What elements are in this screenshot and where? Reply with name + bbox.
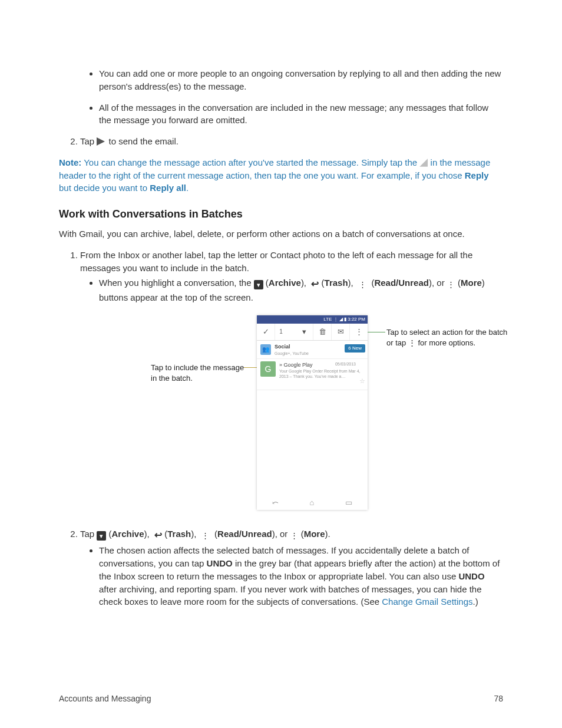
phone-back-icon: ⤺ [272,498,279,509]
phone-mockup: LTE ⋮ ◢ ▮ 3:22 PM ✓ 1 ▾ 🗑 ✉ ⋮ 👥 Social [257,315,368,510]
change-gmail-settings-link[interactable]: Change Gmail Settings [382,597,472,607]
step-text: Tap [80,136,97,146]
batch-step-1: From the Inbox or another label, tap the… [80,249,503,516]
bullet-text: All of the messages in the conversation … [99,103,488,126]
note-paragraph: Note: You can change the message action … [59,156,503,195]
phone-archive-icon: ▾ [295,324,313,340]
archive-icon: ▾ [97,531,106,541]
batch-step1-text: From the Inbox or another label, tap the… [80,250,472,273]
step2-or: , or [275,529,290,539]
s2d: .) [472,597,478,607]
readunread-label: Read/Unread [217,529,272,539]
trash-label: Trash [167,529,191,539]
note-end: . [186,183,189,193]
phone-social-row: 👥 Social Google+, YouTube 6 New [257,341,368,359]
step-2-send: Tap to send the email. [80,135,503,148]
phone-status-bar: LTE ⋮ ◢ ▮ 3:22 PM [257,315,368,324]
note-label: Note: [59,157,81,167]
phone-social-title: Social [275,343,309,351]
phone-message-row: G » Google Play Your Google Play Order R… [257,359,368,390]
callout-right-line2: or tap ⋮ for more options. [386,338,475,347]
step-text-tail: to send the email. [109,136,178,146]
more-label: More [304,529,325,539]
phone-social-avatar: 👥 [260,344,271,355]
undo-label: UNDO [207,558,233,568]
sub-tail: buttons appear at the top of the screen. [99,292,253,302]
bullet-text: You can add one or more people to an ong… [99,68,501,91]
more-icon: ⋮ [290,535,298,538]
phone-new-badge: 6 New [345,344,365,353]
phone-trash-icon: 🗑 [313,324,332,340]
step2-tap: Tap [80,529,97,539]
read-unread-icon: ⋮ [201,535,210,538]
trash-icon: ↩ [311,277,319,291]
more-icon: ⋮ [447,284,455,286]
phone-star-icon: ☆ [359,377,365,386]
callout-right: Tap to select an action for the batch or… [386,327,540,348]
phone-action-bar: ✓ 1 ▾ 🗑 ✉ ⋮ [257,324,368,341]
section-heading: Work with Conversations in Batches [59,206,503,222]
phone-message-date: 05/03/2013 [335,361,356,367]
callout-right-line [368,332,385,332]
note-mid: but decide you want to [59,183,150,193]
trash-label: Trash [325,278,348,288]
callout-left: Tap to include the message in the batch. [151,363,245,383]
sub-lead: When you highlight a conversation, the [99,278,254,288]
batch-step-2: Tap ▾ (Archive), ↩ (Trash), ⋮ (Read/Unre… [80,528,503,608]
phone-nav-bar: ⤺ ⌂ ▭ [257,496,368,510]
phone-selected-count: 1 [275,324,287,340]
step2-end: . [328,529,330,539]
footer-section: Accounts and Messaging [59,693,151,704]
archive-label: Archive [112,529,144,539]
phone-message-avatar: G [260,361,276,377]
batch-step1-sub: When you highlight a conversation, the ▾… [99,276,503,304]
batch-figure: Tap to include the message in the batch.… [115,315,503,516]
note-reply: Reply [465,170,489,180]
readunread-label: Read/Unread [374,278,429,288]
phone-more-icon: ⋮ [350,324,368,340]
batch-step2-sub: The chosen action affects the selected b… [99,544,503,608]
section-intro: With Gmail, you can archive, label, dele… [59,228,503,241]
phone-check-icon: ✓ [257,324,275,340]
more-label: More [461,278,482,288]
archive-icon: ▾ [254,280,263,289]
callout-right-line1: Tap to select an action for the batch [386,328,507,337]
phone-message-snippet: Your Google Play Order Receipt from Mar … [279,369,364,379]
phone-recent-icon: ▭ [345,498,352,509]
phone-mail-icon: ✉ [332,324,350,340]
bullet-forward-omit: All of the messages in the conversation … [99,101,503,127]
phone-msg-sender-text: Google Play [284,362,313,368]
phone-home-icon: ⌂ [310,498,315,509]
phone-social-sub: Google+, YouTube [275,351,309,357]
bullet-add-people: You can add one or more people to an ong… [99,67,503,93]
read-unread-icon: ⋮ [358,284,366,286]
undo-label-2: UNDO [458,571,484,581]
note-part1: You can change the message action after … [81,157,419,167]
signal-icon [419,159,428,167]
footer-page-number: 78 [494,693,503,704]
note-replyall: Reply all [150,183,186,193]
trash-icon: ↩ [154,528,162,542]
archive-label: Archive [269,278,301,288]
send-icon [97,137,105,146]
